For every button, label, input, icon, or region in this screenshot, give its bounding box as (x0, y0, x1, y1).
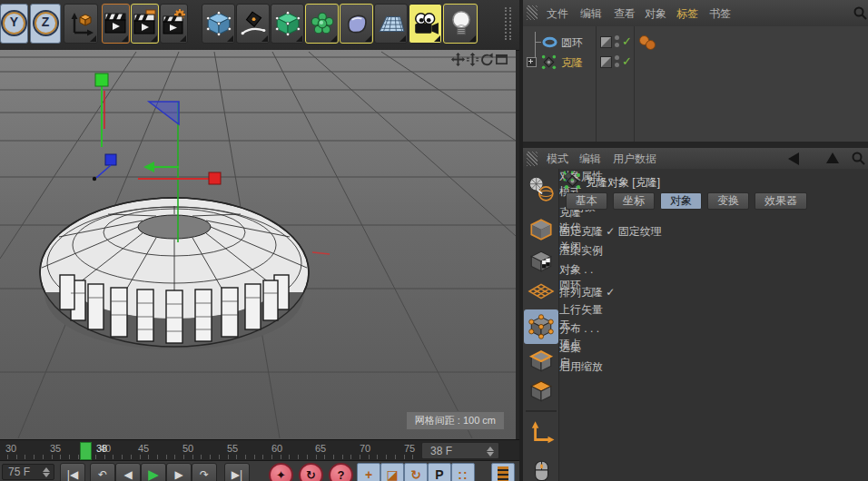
menu-tags[interactable]: 标签 (676, 6, 698, 22)
axis-lock-y-button[interactable]: Y (0, 4, 28, 44)
layer-swatch[interactable] (600, 36, 612, 48)
edge-mode-icon[interactable] (527, 348, 556, 375)
tab-transform[interactable]: 变换 (707, 192, 749, 210)
points-mode-icon[interactable] (527, 313, 556, 340)
menu-mode[interactable]: 模式 (547, 152, 568, 167)
keyframe-selection-button[interactable]: ? (329, 463, 353, 481)
scale-slider-handle[interactable] (559, 375, 575, 387)
mode-icon-strip (523, 169, 559, 481)
menu-file[interactable]: 文件 (547, 6, 568, 22)
enabled-check[interactable]: ✓ (622, 34, 632, 48)
fix-clone-checkbox[interactable]: ✓ (606, 225, 615, 238)
goto-end-button[interactable]: ▶| (224, 463, 250, 481)
search-icon[interactable] (852, 152, 865, 165)
menu-view[interactable]: 查看 (614, 6, 636, 22)
viewport-maximize-icon[interactable] (495, 53, 508, 66)
tab-coordinates[interactable]: 坐标 (613, 192, 655, 210)
frame-stepper[interactable] (487, 446, 495, 457)
model-mode-icon[interactable] (527, 216, 556, 243)
visibility-dot-editor[interactable] (615, 35, 619, 40)
enable-axis-icon[interactable] (527, 419, 556, 447)
key-parameter-toggle[interactable]: P (428, 463, 451, 481)
timeline-ruler[interactable]: 30 35 40 45 50 55 60 65 70 75 38 38 F (0, 439, 519, 460)
current-frame-field[interactable]: 38 F (421, 442, 499, 459)
end-frame-stepper[interactable] (43, 466, 51, 478)
render-picture-viewer-button[interactable] (131, 4, 159, 44)
next-key-button[interactable]: ▶ (166, 463, 192, 481)
key-rotation-toggle[interactable]: ↻ (404, 463, 428, 481)
object-name[interactable]: 圆环 (561, 35, 583, 51)
play-backwards-button[interactable]: ↶ (90, 463, 115, 481)
search-icon[interactable] (853, 6, 867, 20)
render-settings-gear-icon (163, 9, 186, 38)
timeline-tick-label: 50 (182, 443, 193, 454)
viewport-zoom-icon[interactable] (466, 53, 479, 66)
object-row-torus[interactable]: 圆环 ✓ (523, 33, 868, 52)
panel-grip[interactable] (527, 152, 538, 166)
timeline-tick-label: 70 (360, 443, 370, 454)
history-up-icon[interactable] (826, 152, 839, 163)
texture-mode-icon[interactable] (527, 248, 556, 275)
render-view-button[interactable] (102, 4, 130, 44)
autokey-button[interactable]: ↻ (299, 463, 323, 481)
viewport-3d[interactable]: 网格间距 : 100 cm (0, 50, 516, 439)
workplane-mode-icon[interactable] (527, 280, 556, 303)
visibility-dot-editor[interactable] (615, 55, 619, 60)
light-button[interactable] (443, 4, 478, 44)
previous-key-button[interactable]: ◀ (115, 463, 141, 481)
tab-basic[interactable]: 基本 (566, 192, 607, 210)
add-cube-primitive-button[interactable] (202, 4, 235, 44)
key-pla-toggle[interactable]: :: (451, 463, 475, 481)
playhead-frame-label: 38 (96, 443, 107, 454)
timeline-tick-label: 75 (404, 443, 415, 454)
tab-object[interactable]: 对象 (660, 192, 702, 210)
attr-row-object-link: 对象 . . 圆环 (559, 262, 868, 285)
attribute-manager: 克隆对象 [克隆] 基本坐标对象变换效果器 对象属性 模式 对象 (559, 169, 868, 481)
panel-grip[interactable] (527, 5, 538, 20)
timeline-playhead[interactable] (80, 442, 92, 460)
metaball-button[interactable] (340, 4, 373, 44)
layer-swatch[interactable] (600, 56, 612, 68)
render-settings-button[interactable] (160, 4, 188, 44)
viewport-rotate-icon[interactable] (480, 53, 494, 66)
camera-icon (412, 10, 439, 37)
mograph-cloner-button[interactable] (305, 4, 339, 44)
play-button[interactable]: ▶ (141, 463, 166, 481)
menu-edit[interactable]: 编辑 (580, 6, 602, 22)
floor-environment-button[interactable] (374, 4, 408, 44)
axis-lock-z-button[interactable]: Z (30, 4, 61, 44)
viewport-solo-mouse-icon[interactable] (527, 458, 556, 481)
toolbar-grip[interactable] (505, 7, 511, 40)
menu-bookmarks[interactable]: 书签 (709, 6, 731, 22)
spline-pen-button[interactable] (236, 4, 270, 44)
timeline-window-button[interactable] (491, 463, 515, 481)
key-position-toggle[interactable]: + (357, 463, 380, 481)
object-name[interactable]: 克隆 (561, 55, 583, 71)
expand-toggle-icon[interactable] (527, 57, 537, 67)
material-tag-icon[interactable] (646, 40, 656, 50)
timeline-tick-label: 30 (5, 443, 16, 454)
history-back-icon[interactable] (788, 152, 799, 165)
strip-separator (526, 410, 557, 412)
play-forwards-button[interactable]: ↷ (192, 463, 217, 481)
menu-user-data[interactable]: 用户数据 (613, 152, 656, 167)
end-frame-field[interactable]: 75 F (2, 464, 54, 480)
enable-scale-label: 启用缩放 (559, 360, 603, 373)
key-scale-toggle[interactable]: ◪ (380, 463, 404, 481)
coordinate-system-button[interactable] (64, 4, 98, 44)
viewport-pan-icon[interactable] (451, 53, 465, 66)
menu-object[interactable]: 对象 (645, 6, 666, 22)
make-editable-icon[interactable] (527, 172, 556, 206)
goto-start-button[interactable]: |◀ (60, 463, 85, 481)
tab-effectors[interactable]: 效果器 (755, 192, 807, 210)
polygon-mode-icon[interactable] (527, 378, 556, 405)
subdivision-surface-button[interactable] (271, 4, 304, 44)
record-keyframe-button[interactable]: ✦ (269, 463, 293, 481)
object-row-cloner[interactable]: 克隆 ✓ (523, 53, 868, 72)
camera-button[interactable] (409, 4, 442, 44)
enabled-check[interactable]: ✓ (622, 54, 632, 68)
visibility-dot-render[interactable] (615, 63, 619, 67)
arrange-clone-checkbox[interactable]: ✓ (606, 286, 615, 299)
visibility-dot-render[interactable] (615, 43, 619, 47)
menu-edit[interactable]: 编辑 (579, 152, 601, 167)
